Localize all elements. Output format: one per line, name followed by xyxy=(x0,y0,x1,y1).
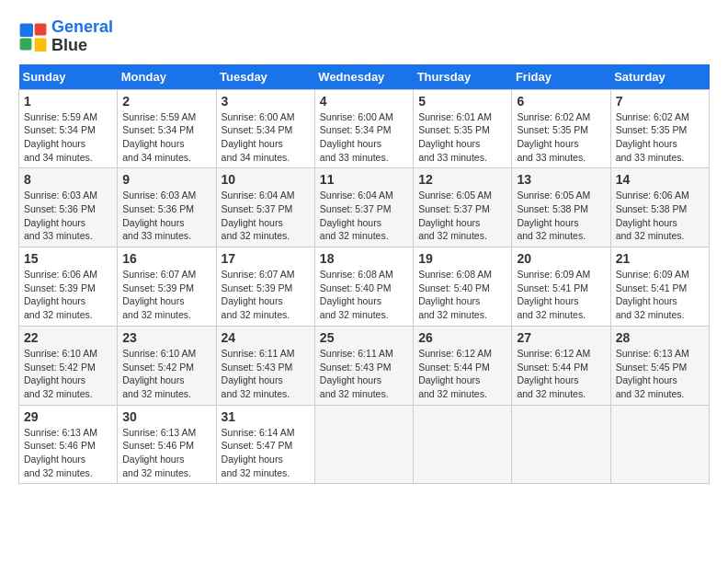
day-info: Sunrise: 6:13 AM Sunset: 5:46 PM Dayligh… xyxy=(122,426,210,480)
day-number: 30 xyxy=(122,409,210,424)
day-info: Sunrise: 6:13 AM Sunset: 5:46 PM Dayligh… xyxy=(24,426,112,480)
calendar-cell: 8 Sunrise: 6:03 AM Sunset: 5:36 PM Dayli… xyxy=(19,168,118,247)
calendar-cell xyxy=(610,405,709,484)
column-header-tuesday: Tuesday xyxy=(216,64,314,90)
calendar-cell: 4 Sunrise: 6:00 AM Sunset: 5:34 PM Dayli… xyxy=(314,89,413,168)
day-info: Sunrise: 6:02 AM Sunset: 5:35 PM Dayligh… xyxy=(616,110,704,165)
day-number: 22 xyxy=(24,330,112,345)
day-info: Sunrise: 6:11 AM Sunset: 5:43 PM Dayligh… xyxy=(320,347,408,401)
day-number: 6 xyxy=(517,94,605,109)
day-info: Sunrise: 6:05 AM Sunset: 5:37 PM Dayligh… xyxy=(418,189,506,243)
column-header-sunday: Sunday xyxy=(19,64,118,90)
column-header-wednesday: Wednesday xyxy=(314,64,413,90)
column-header-thursday: Thursday xyxy=(414,64,512,90)
logo: General Blue xyxy=(18,18,113,55)
calendar-header-row: SundayMondayTuesdayWednesdayThursdayFrid… xyxy=(19,64,710,90)
day-info: Sunrise: 6:12 AM Sunset: 5:44 PM Dayligh… xyxy=(418,347,506,401)
calendar-cell: 20 Sunrise: 6:09 AM Sunset: 5:41 PM Dayl… xyxy=(512,247,610,327)
page-header: General Blue xyxy=(18,18,710,55)
day-number: 24 xyxy=(222,330,310,345)
calendar-cell xyxy=(314,405,413,484)
calendar-cell: 30 Sunrise: 6:13 AM Sunset: 5:46 PM Dayl… xyxy=(118,405,216,484)
calendar-cell: 2 Sunrise: 5:59 AM Sunset: 5:34 PM Dayli… xyxy=(118,89,216,168)
day-number: 21 xyxy=(616,251,704,266)
day-info: Sunrise: 6:00 AM Sunset: 5:34 PM Dayligh… xyxy=(320,110,408,165)
calendar-cell: 6 Sunrise: 6:02 AM Sunset: 5:35 PM Dayli… xyxy=(512,89,610,168)
day-info: Sunrise: 6:10 AM Sunset: 5:42 PM Dayligh… xyxy=(122,347,210,401)
svg-rect-0 xyxy=(20,23,33,36)
day-number: 11 xyxy=(320,172,408,187)
day-info: Sunrise: 6:09 AM Sunset: 5:41 PM Dayligh… xyxy=(616,268,704,322)
calendar-cell: 17 Sunrise: 6:07 AM Sunset: 5:39 PM Dayl… xyxy=(216,247,314,327)
day-info: Sunrise: 6:08 AM Sunset: 5:40 PM Dayligh… xyxy=(418,268,506,322)
calendar-cell: 26 Sunrise: 6:12 AM Sunset: 5:44 PM Dayl… xyxy=(414,326,512,405)
calendar-cell: 5 Sunrise: 6:01 AM Sunset: 5:35 PM Dayli… xyxy=(414,89,512,168)
calendar-cell: 14 Sunrise: 6:06 AM Sunset: 5:38 PM Dayl… xyxy=(610,168,709,247)
day-info: Sunrise: 6:12 AM Sunset: 5:44 PM Dayligh… xyxy=(517,347,605,401)
calendar-cell: 1 Sunrise: 5:59 AM Sunset: 5:34 PM Dayli… xyxy=(19,89,118,168)
calendar-cell: 13 Sunrise: 6:05 AM Sunset: 5:38 PM Dayl… xyxy=(512,168,610,247)
day-number: 2 xyxy=(122,94,210,109)
calendar-cell: 19 Sunrise: 6:08 AM Sunset: 5:40 PM Dayl… xyxy=(414,247,512,327)
calendar-cell: 28 Sunrise: 6:13 AM Sunset: 5:45 PM Dayl… xyxy=(610,326,709,405)
calendar-cell xyxy=(512,405,610,484)
calendar-cell: 29 Sunrise: 6:13 AM Sunset: 5:46 PM Dayl… xyxy=(19,405,118,484)
day-info: Sunrise: 6:09 AM Sunset: 5:41 PM Dayligh… xyxy=(517,268,605,322)
day-info: Sunrise: 6:02 AM Sunset: 5:35 PM Dayligh… xyxy=(517,110,605,165)
svg-rect-2 xyxy=(20,38,32,50)
column-header-friday: Friday xyxy=(512,64,610,90)
day-info: Sunrise: 6:07 AM Sunset: 5:39 PM Dayligh… xyxy=(222,268,310,322)
calendar-week-4: 22 Sunrise: 6:10 AM Sunset: 5:42 PM Dayl… xyxy=(19,326,710,405)
day-info: Sunrise: 6:00 AM Sunset: 5:34 PM Dayligh… xyxy=(222,110,310,165)
day-number: 5 xyxy=(418,94,506,109)
calendar-week-1: 1 Sunrise: 5:59 AM Sunset: 5:34 PM Dayli… xyxy=(19,89,710,168)
calendar-cell: 16 Sunrise: 6:07 AM Sunset: 5:39 PM Dayl… xyxy=(118,247,216,327)
day-number: 4 xyxy=(320,94,408,109)
logo-text: General Blue xyxy=(51,18,113,55)
calendar-cell: 12 Sunrise: 6:05 AM Sunset: 5:37 PM Dayl… xyxy=(414,168,512,247)
calendar-cell: 24 Sunrise: 6:11 AM Sunset: 5:43 PM Dayl… xyxy=(216,326,314,405)
calendar-cell: 15 Sunrise: 6:06 AM Sunset: 5:39 PM Dayl… xyxy=(19,247,118,327)
day-info: Sunrise: 6:01 AM Sunset: 5:35 PM Dayligh… xyxy=(418,110,506,165)
calendar-cell: 18 Sunrise: 6:08 AM Sunset: 5:40 PM Dayl… xyxy=(314,247,413,327)
day-number: 26 xyxy=(418,330,506,345)
day-info: Sunrise: 6:03 AM Sunset: 5:36 PM Dayligh… xyxy=(24,189,112,243)
logo-icon xyxy=(18,22,48,52)
day-number: 27 xyxy=(517,330,605,345)
day-number: 14 xyxy=(616,172,704,187)
calendar-cell: 9 Sunrise: 6:03 AM Sunset: 5:36 PM Dayli… xyxy=(118,168,216,247)
svg-rect-1 xyxy=(35,23,47,35)
day-info: Sunrise: 6:10 AM Sunset: 5:42 PM Dayligh… xyxy=(24,347,112,401)
day-number: 23 xyxy=(122,330,210,345)
day-number: 10 xyxy=(222,172,310,187)
day-number: 16 xyxy=(122,251,210,266)
day-info: Sunrise: 6:06 AM Sunset: 5:38 PM Dayligh… xyxy=(616,189,704,243)
calendar-cell: 27 Sunrise: 6:12 AM Sunset: 5:44 PM Dayl… xyxy=(512,326,610,405)
column-header-monday: Monday xyxy=(118,64,216,90)
day-info: Sunrise: 5:59 AM Sunset: 5:34 PM Dayligh… xyxy=(24,110,112,165)
day-info: Sunrise: 6:13 AM Sunset: 5:45 PM Dayligh… xyxy=(616,347,704,401)
day-number: 20 xyxy=(517,251,605,266)
day-info: Sunrise: 6:14 AM Sunset: 5:47 PM Dayligh… xyxy=(222,426,310,480)
calendar-cell: 3 Sunrise: 6:00 AM Sunset: 5:34 PM Dayli… xyxy=(216,89,314,168)
day-number: 29 xyxy=(24,409,112,424)
day-number: 1 xyxy=(24,94,112,109)
day-info: Sunrise: 6:04 AM Sunset: 5:37 PM Dayligh… xyxy=(320,189,408,243)
day-number: 18 xyxy=(320,251,408,266)
day-number: 15 xyxy=(24,251,112,266)
day-info: Sunrise: 6:07 AM Sunset: 5:39 PM Dayligh… xyxy=(122,268,210,322)
calendar-table: SundayMondayTuesdayWednesdayThursdayFrid… xyxy=(18,64,710,485)
calendar-week-2: 8 Sunrise: 6:03 AM Sunset: 5:36 PM Dayli… xyxy=(19,168,710,247)
day-info: Sunrise: 6:05 AM Sunset: 5:38 PM Dayligh… xyxy=(517,189,605,243)
column-header-saturday: Saturday xyxy=(610,64,709,90)
calendar-cell: 11 Sunrise: 6:04 AM Sunset: 5:37 PM Dayl… xyxy=(314,168,413,247)
calendar-cell: 31 Sunrise: 6:14 AM Sunset: 5:47 PM Dayl… xyxy=(216,405,314,484)
day-info: Sunrise: 5:59 AM Sunset: 5:34 PM Dayligh… xyxy=(122,110,210,165)
day-number: 3 xyxy=(222,94,310,109)
day-number: 17 xyxy=(222,251,310,266)
calendar-cell: 10 Sunrise: 6:04 AM Sunset: 5:37 PM Dayl… xyxy=(216,168,314,247)
day-info: Sunrise: 6:03 AM Sunset: 5:36 PM Dayligh… xyxy=(122,189,210,243)
calendar-cell: 25 Sunrise: 6:11 AM Sunset: 5:43 PM Dayl… xyxy=(314,326,413,405)
day-info: Sunrise: 6:11 AM Sunset: 5:43 PM Dayligh… xyxy=(222,347,310,401)
calendar-week-5: 29 Sunrise: 6:13 AM Sunset: 5:46 PM Dayl… xyxy=(19,405,710,484)
